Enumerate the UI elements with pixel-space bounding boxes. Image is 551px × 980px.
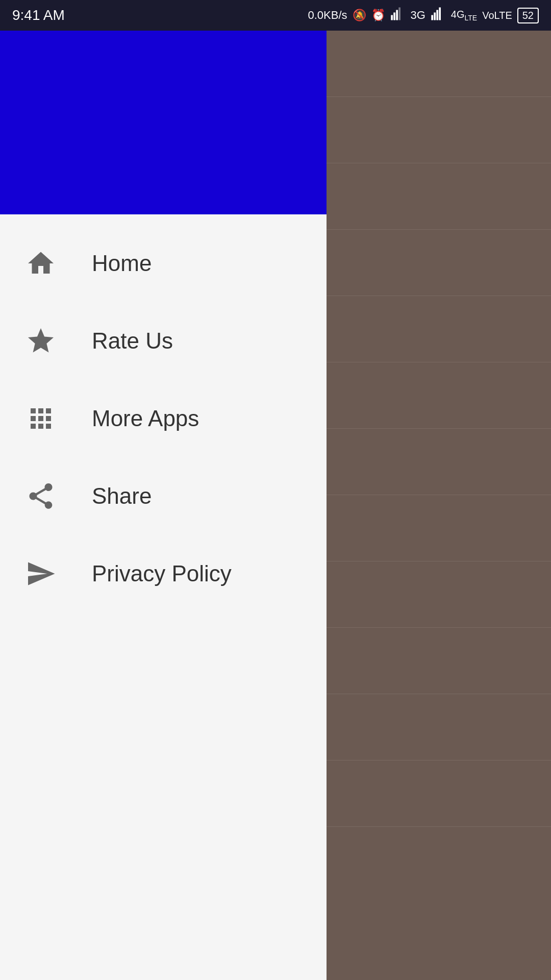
menu-label-share: Share: [92, 483, 152, 509]
network-speed: 0.0KB/s: [308, 9, 347, 22]
background-row: [327, 628, 551, 694]
menu-label-privacy-policy: Privacy Policy: [92, 561, 232, 586]
background-rows: [327, 31, 551, 827]
grid-icon: [20, 398, 61, 439]
menu-item-share[interactable]: Share: [0, 457, 327, 535]
alarm-icon: ⏰: [371, 9, 385, 22]
menu-item-privacy-policy[interactable]: Privacy Policy: [0, 535, 327, 612]
battery-icon: 52: [517, 8, 539, 23]
status-bar: 9:41 AM 0.0KB/s 🔕 ⏰ 3G 4GLTE VoLTE 52: [0, 0, 551, 31]
svg-rect-6: [436, 10, 438, 20]
background-row: [327, 429, 551, 495]
svg-rect-7: [439, 8, 441, 20]
svg-rect-4: [431, 15, 433, 20]
send-icon: [20, 553, 61, 594]
background-row: [327, 761, 551, 827]
status-icons: 0.0KB/s 🔕 ⏰ 3G 4GLTE VoLTE 52: [308, 6, 539, 24]
background-row: [327, 362, 551, 429]
signal-4g: [431, 6, 446, 24]
navigation-drawer: Home Rate Us More Apps: [0, 0, 327, 980]
background-row: [327, 163, 551, 230]
status-time: 9:41 AM: [12, 7, 65, 23]
svg-rect-1: [393, 13, 395, 20]
menu-label-rate-us: Rate Us: [92, 328, 173, 354]
background-row: [327, 495, 551, 561]
svg-rect-0: [391, 15, 393, 20]
share-icon: [20, 476, 61, 517]
menu-item-rate-us[interactable]: Rate Us: [0, 302, 327, 380]
star-icon: [20, 321, 61, 361]
silent-icon: 🔕: [353, 9, 366, 22]
drawer-header: [0, 0, 327, 214]
drawer-menu: Home Rate Us More Apps: [0, 214, 327, 980]
menu-label-more-apps: More Apps: [92, 406, 199, 431]
menu-item-home[interactable]: Home: [0, 225, 327, 302]
background-row: [327, 31, 551, 97]
home-icon: [20, 243, 61, 284]
background-row: [327, 97, 551, 163]
background-row: [327, 561, 551, 628]
network-4g-label: 4GLTE: [451, 9, 477, 22]
svg-rect-3: [398, 8, 400, 20]
background-row: [327, 296, 551, 362]
background-row: [327, 694, 551, 761]
svg-rect-2: [396, 10, 398, 20]
signal-3g: [390, 6, 406, 24]
svg-rect-5: [434, 13, 436, 20]
menu-label-home: Home: [92, 251, 152, 276]
background-row: [327, 230, 551, 296]
network-3g-label: 3G: [411, 9, 425, 22]
background-app: [327, 0, 551, 980]
menu-item-more-apps[interactable]: More Apps: [0, 380, 327, 457]
volte-label: VoLTE: [482, 10, 512, 21]
